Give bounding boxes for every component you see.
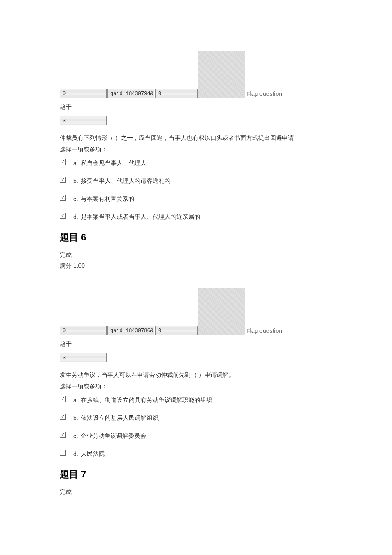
q6-instruction: 选择一项或多项： [60, 383, 332, 390]
q6-input-2[interactable]: qaid=18430786& [107, 326, 154, 335]
q5-checkbox-b[interactable] [60, 177, 66, 183]
q6-option-letter-b: b. [73, 415, 78, 422]
q5-option-text-b: 接受当事人、代理人的请客送礼的 [81, 177, 170, 185]
q5-option-text-a: 私自会见当事人、代理人 [81, 159, 147, 167]
q6-option-c: c. 企业劳动争议调解委员会 [60, 432, 332, 440]
q5-stem-label: 题干 [60, 103, 332, 111]
q5-checkbox-a[interactable] [60, 159, 66, 165]
q5-checkbox-d[interactable] [60, 213, 66, 219]
q5-instruction: 选择一项或多项： [60, 146, 332, 153]
q6-checkbox-a[interactable] [60, 396, 66, 402]
q6-option-d: d. 人民法院 [60, 450, 332, 458]
q6-checkbox-c[interactable] [60, 432, 66, 438]
q5-option-text-d: 是本案当事人或者当事人、代理人的近亲属的 [81, 213, 200, 221]
q5-input-1[interactable]: 0 [60, 89, 107, 98]
q5-option-letter-a: a. [73, 160, 78, 167]
q6-stem-label: 题干 [60, 340, 332, 348]
q6-option-text-a: 在乡镇、街道设立的具有劳动争议调解职能的组织 [81, 396, 212, 404]
q5-option-text-c: 与本案有利害关系的 [81, 195, 134, 203]
q5-option-letter-b: b. [73, 178, 78, 185]
q5-input-3[interactable]: 0 [155, 89, 198, 98]
q5-option-d: d. 是本案当事人或者当事人、代理人的近亲属的 [60, 213, 332, 221]
q6-status-done: 完成 [60, 250, 332, 260]
q5-input-2[interactable]: qaid=18430794& [107, 89, 154, 98]
q6-input-1[interactable]: 0 [60, 326, 107, 335]
q5-stem-input[interactable]: 3 [60, 116, 107, 125]
q5-option-letter-c: c. [73, 196, 78, 202]
q6-option-text-b: 依法设立的基层人民调解组织 [81, 414, 159, 422]
q6-flag-label[interactable]: Flag question [246, 327, 282, 335]
q5-option-a: a. 私自会见当事人、代理人 [60, 159, 332, 167]
q6-heading: 题目 6 [60, 231, 332, 244]
q6-checkbox-b[interactable] [60, 414, 66, 420]
q6-input-3[interactable]: 0 [155, 326, 198, 335]
q6-option-letter-c: c. [73, 433, 78, 439]
q6-option-a: a. 在乡镇、街道设立的具有劳动争议调解职能的组织 [60, 396, 332, 404]
q6-inputs-group: 0 qaid=18430786& 0 [60, 326, 198, 335]
q5-question-text: 仲裁员有下列情形（ ）之一，应当回避，当事人也有权以口头或者书面方式提出回避申请… [60, 133, 332, 143]
q6-status-score: 满分 1.00 [60, 260, 332, 271]
q6-option-letter-a: a. [73, 397, 78, 404]
q5-checkbox-c[interactable] [60, 195, 66, 201]
q6-question-text: 发生劳动争议，当事人可以在申请劳动仲裁前先到（ ）申请调解。 [60, 370, 332, 380]
q6-flag-image [198, 288, 245, 335]
q5-flag-label[interactable]: Flag question [246, 90, 282, 98]
q5-flag-image [198, 51, 245, 98]
q5-inputs-group: 0 qaid=18430794& 0 [60, 89, 198, 98]
q5-flag-row: 0 qaid=18430794& 0 Flag question [60, 51, 332, 98]
q5-option-c: c. 与本案有利害关系的 [60, 195, 332, 203]
q5-option-b: b. 接受当事人、代理人的请客送礼的 [60, 177, 332, 185]
q6-stem-input-row: 3 [60, 353, 332, 362]
q7-status-done: 完成 [60, 487, 332, 497]
q6-option-text-c: 企业劳动争议调解委员会 [81, 432, 146, 440]
q5-stem-input-row: 3 [60, 116, 332, 125]
q6-option-letter-d: d. [73, 451, 78, 457]
q6-option-b: b. 依法设立的基层人民调解组织 [60, 414, 332, 422]
q6-stem-input[interactable]: 3 [60, 353, 107, 362]
q6-flag-row: 0 qaid=18430786& 0 Flag question [60, 288, 332, 335]
q6-option-text-d: 人民法院 [81, 450, 105, 458]
q5-option-letter-d: d. [73, 214, 78, 220]
q6-checkbox-d[interactable] [60, 450, 66, 456]
q7-heading: 题目 7 [60, 468, 332, 481]
